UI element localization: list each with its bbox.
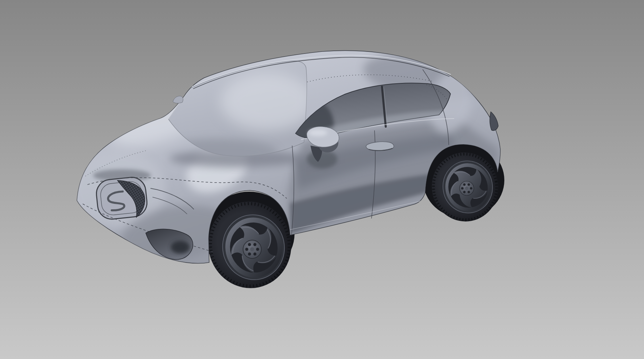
lug-nut <box>470 187 472 189</box>
lug-nut <box>467 183 470 186</box>
render-stage <box>0 0 644 359</box>
intake-pocket <box>171 241 190 254</box>
lug-nut <box>248 253 251 256</box>
lug-nut <box>461 187 463 189</box>
lug-nut <box>254 243 257 246</box>
windshield-highlight <box>220 73 315 130</box>
front-grille <box>95 176 148 221</box>
viewport-3d[interactable] <box>0 0 644 359</box>
lug-nut <box>248 243 251 246</box>
lug-nut <box>256 248 259 251</box>
lug-nut <box>245 248 248 251</box>
lug-nut <box>463 183 465 186</box>
mirror-highlight <box>308 129 327 136</box>
hub-cap <box>465 187 468 190</box>
lug-nut <box>254 253 257 256</box>
mirror-cast-shadow <box>307 150 337 169</box>
lug-nut <box>467 191 470 193</box>
lug-nut <box>463 191 465 193</box>
hub-cap <box>250 247 254 251</box>
